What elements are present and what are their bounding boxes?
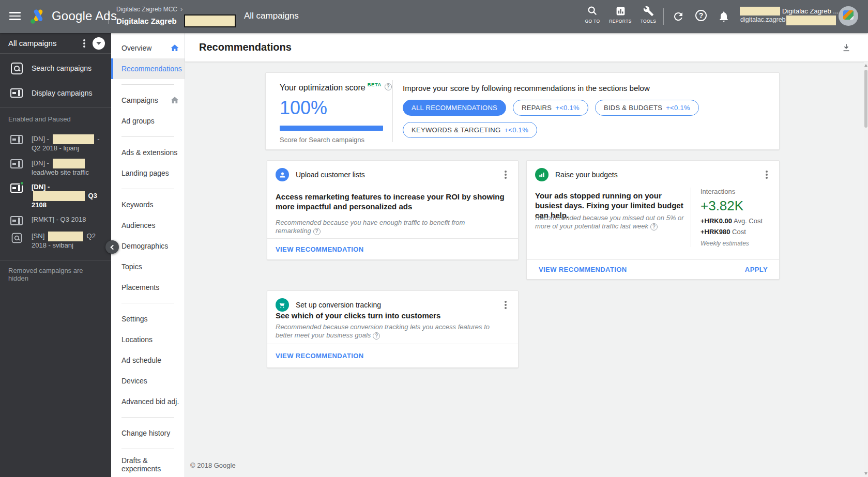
search-icon bbox=[587, 5, 598, 17]
more-options-icon[interactable] bbox=[505, 304, 507, 306]
apply-link[interactable]: APPLY bbox=[745, 266, 768, 273]
nav-item-demographics[interactable]: Demographics bbox=[111, 236, 185, 256]
nav-item-landing-pages[interactable]: Landing pages bbox=[111, 163, 185, 183]
nav-item-change-history[interactable]: Change history bbox=[111, 423, 185, 443]
nav-item-ad-schedule[interactable]: Ad schedule bbox=[111, 350, 185, 371]
nav-item-overview[interactable]: Overview bbox=[111, 38, 185, 58]
chip-repairs[interactable]: REPAIRS+<0.1% bbox=[513, 100, 588, 116]
nav-item-keywords[interactable]: Keywords bbox=[111, 194, 185, 215]
divider bbox=[108, 10, 109, 24]
user-avatar[interactable] bbox=[839, 6, 858, 26]
score-caption: Score for Search campaigns bbox=[280, 136, 392, 144]
notifications-bell-icon[interactable] bbox=[718, 10, 730, 23]
scroll-down-icon[interactable] bbox=[864, 472, 867, 475]
chip-delta: +<0.1% bbox=[504, 126, 528, 134]
brand-title: Google Ads bbox=[52, 9, 117, 23]
nav-item-label: Overview bbox=[121, 44, 151, 52]
campaign-list-item[interactable]: [RMKT] - Q3 2018 bbox=[0, 212, 111, 228]
card-reason: Recommended because conversion tracking … bbox=[276, 323, 493, 340]
nav-item-label: Placements bbox=[121, 283, 159, 291]
account-display-name: Digitalac Zagreb ... bbox=[782, 7, 839, 15]
nav-item-recommendations[interactable]: Recommendations bbox=[111, 58, 185, 79]
scroll-up-icon[interactable] bbox=[864, 64, 867, 67]
nav-item-label: Change history bbox=[121, 429, 170, 437]
breadcrumb-current[interactable]: Digitalac Zagreb bbox=[116, 17, 177, 25]
topbar-tool-label: TOOLS bbox=[641, 19, 657, 24]
collapse-sidebar-button[interactable] bbox=[105, 240, 119, 254]
more-options-icon[interactable] bbox=[766, 174, 768, 176]
collapse-dropdown-button[interactable] bbox=[93, 37, 105, 50]
nav-item-label: Landing pages bbox=[121, 169, 169, 177]
nav-item-audiences[interactable]: Audiences bbox=[111, 215, 185, 236]
score-title: Your optimization score bbox=[280, 83, 366, 93]
topbar-reports-button[interactable]: REPORTS bbox=[608, 5, 633, 24]
improve-section: Improve your score by following recommen… bbox=[393, 73, 779, 149]
display-campaign-icon bbox=[10, 88, 23, 98]
divider bbox=[121, 303, 174, 303]
card-title: Raise your budgets bbox=[555, 171, 758, 179]
breadcrumb-parent[interactable]: Digitalac Zagreb MCC bbox=[116, 6, 177, 13]
divider bbox=[121, 84, 174, 85]
download-icon[interactable] bbox=[841, 42, 851, 53]
stats-label: Interactions bbox=[701, 188, 773, 195]
side-nav: OverviewRecommendationsCampaignsAd group… bbox=[111, 33, 185, 477]
nav-item-locations[interactable]: Locations bbox=[111, 329, 185, 350]
view-recommendation-link[interactable]: VIEW RECOMMENDATION bbox=[276, 352, 364, 360]
help-icon[interactable]: ? bbox=[385, 83, 392, 90]
page-title: Recommendations bbox=[199, 41, 292, 53]
filter-search-campaigns[interactable]: Search campaigns bbox=[0, 56, 111, 81]
nav-item-label: Ads & extensions bbox=[121, 148, 177, 157]
campaign-name: [DN] - Q3 2108 bbox=[32, 183, 106, 209]
hamburger-menu-icon[interactable] bbox=[9, 12, 21, 20]
chip-all-recommendations[interactable]: ALL RECOMMENDATIONS bbox=[403, 100, 506, 116]
campaign-list-item[interactable]: [DN] - lead/web site traffic bbox=[0, 156, 111, 180]
redacted-campaign-name bbox=[53, 159, 85, 168]
stats-value: +3.82K bbox=[701, 198, 773, 214]
account-breadcrumb[interactable]: Digitalac Zagreb MCC› Digitalac Zagreb bbox=[116, 5, 236, 27]
score-value: 100% bbox=[280, 97, 392, 119]
nav-item-advanced-bid-adj[interactable]: Advanced bid adj. bbox=[111, 391, 185, 412]
nav-item-placements[interactable]: Placements bbox=[111, 277, 185, 298]
campaign-list-item[interactable]: [DN] - - Q2 2018 - lipanj bbox=[0, 131, 111, 156]
main-content: Recommendations Your optimization score … bbox=[185, 33, 868, 477]
divider bbox=[663, 8, 664, 25]
topbar-goto-button[interactable]: GO TO bbox=[580, 5, 605, 24]
nav-item-label: Advanced bid adj. bbox=[121, 397, 179, 406]
refresh-icon[interactable] bbox=[672, 10, 684, 23]
nav-item-label: Settings bbox=[121, 315, 148, 323]
nav-item-ad-groups[interactable]: Ad groups bbox=[111, 111, 185, 131]
campaign-sidebar: All campaigns Search campaignsDisplay ca… bbox=[0, 33, 111, 477]
stats-rows: +HRK0.00 Avg. Cost+HRK980 Cost bbox=[701, 217, 773, 236]
campaign-list-item[interactable]: [DN] - Q3 2108 bbox=[0, 180, 111, 212]
nav-item-ads-extensions[interactable]: Ads & extensions bbox=[111, 142, 185, 163]
scrollbar-thumb[interactable] bbox=[864, 70, 867, 128]
chip-delta: +<0.1% bbox=[666, 104, 690, 112]
nav-item-label: Locations bbox=[121, 335, 153, 344]
topbar-tools-button[interactable]: TOOLS bbox=[636, 5, 661, 24]
stats-row: +HRK980 Cost bbox=[701, 228, 773, 236]
nav-item-devices[interactable]: Devices bbox=[111, 371, 185, 391]
more-options-icon[interactable] bbox=[83, 42, 85, 44]
nav-item-drafts-experiments[interactable]: Drafts & experiments bbox=[111, 454, 185, 475]
chip-keywords-targeting[interactable]: KEYWORDS & TARGETING+<0.1% bbox=[403, 122, 537, 138]
nav-item-campaigns[interactable]: Campaigns bbox=[111, 90, 185, 111]
help-icon[interactable]: ? bbox=[695, 10, 707, 21]
divider bbox=[0, 260, 111, 260]
bar-chart-icon bbox=[615, 5, 626, 17]
score-progress-bar bbox=[280, 126, 383, 131]
divider bbox=[121, 449, 174, 449]
view-recommendation-link[interactable]: VIEW RECOMMENDATION bbox=[276, 245, 364, 253]
help-icon[interactable]: ? bbox=[313, 228, 321, 235]
help-icon[interactable]: ? bbox=[373, 332, 380, 340]
view-recommendation-link[interactable]: VIEW RECOMMENDATION bbox=[539, 266, 627, 273]
nav-item-settings[interactable]: Settings bbox=[111, 309, 185, 329]
more-options-icon[interactable] bbox=[505, 174, 507, 176]
vertical-scrollbar[interactable] bbox=[864, 62, 868, 477]
help-icon[interactable]: ? bbox=[650, 223, 658, 230]
improve-heading: Improve your score by following recommen… bbox=[403, 84, 779, 93]
conversion-tracking-card: Set up conversion tracking See which of … bbox=[267, 290, 519, 368]
campaign-list-item[interactable]: [SN] Q2 2018 - svibanj bbox=[0, 228, 111, 253]
chip-bids-budgets[interactable]: BIDS & BUDGETS+<0.1% bbox=[595, 100, 699, 116]
nav-item-topics[interactable]: Topics bbox=[111, 256, 185, 277]
filter-display-campaigns[interactable]: Display campaigns bbox=[0, 81, 111, 105]
